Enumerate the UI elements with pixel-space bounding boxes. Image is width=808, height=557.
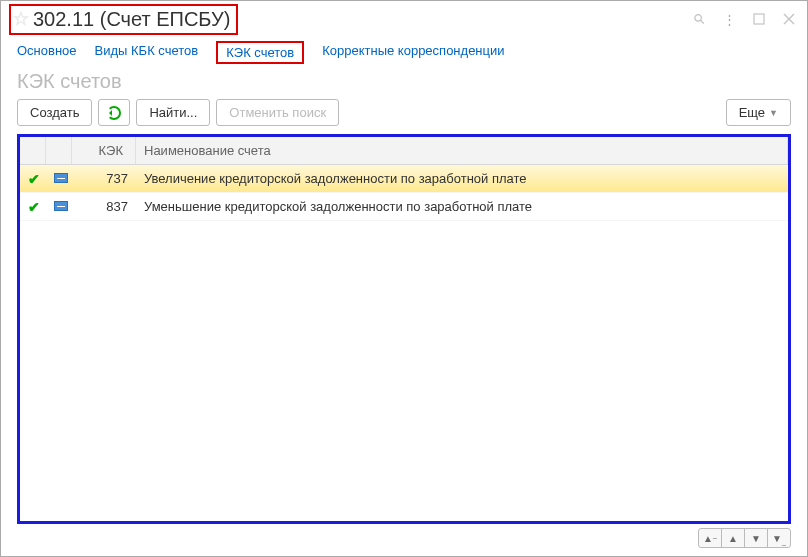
tab-kbk-types[interactable]: Виды КБК счетов [95,41,199,64]
tab-main[interactable]: Основное [17,41,77,64]
tab-correspondences[interactable]: Корректные корреспонденции [322,41,504,64]
row-type-icon [46,199,72,214]
row-name: Уменьшение кредиторской задолженности по… [136,199,788,214]
header-check[interactable] [20,137,46,164]
refresh-button[interactable] [98,99,130,126]
title-highlight: 302.11 (Счет ЕПСБУ) [9,4,238,35]
toolbar: Создать Найти... Отменить поиск Еще ▼ [1,99,807,134]
more-icon[interactable]: ⋮ [721,11,737,27]
window-controls: ⚲ ⋮ [691,11,797,27]
nav-top-button[interactable]: ▲_ [698,528,722,548]
maximize-icon[interactable] [751,11,767,27]
nav-up-button[interactable]: ▲ [721,528,745,548]
row-nav-footer: ▲_ ▲ ▼ ▼_ [699,528,791,548]
table: КЭК Наименование счета ✔ 737 Увеличение … [17,134,791,524]
tab-kek[interactable]: КЭК счетов [216,41,304,64]
find-button[interactable]: Найти... [136,99,210,126]
section-title: КЭК счетов [1,70,807,99]
check-icon: ✔ [28,199,40,215]
card-icon [54,173,68,183]
row-kek: 837 [72,199,136,214]
header-kek[interactable]: КЭК [72,137,136,164]
card-icon [54,201,68,211]
svg-rect-0 [754,14,764,24]
row-check: ✔ [20,199,46,215]
favorite-star-icon[interactable] [13,11,29,27]
header-icon[interactable] [46,137,72,164]
chevron-down-icon: ▼ [769,108,778,118]
create-button[interactable]: Создать [17,99,92,126]
close-icon[interactable] [781,11,797,27]
table-row[interactable]: ✔ 837 Уменьшение кредиторской задолженно… [20,193,788,221]
table-row[interactable]: ✔ 737 Увеличение кредиторской задолженно… [20,165,788,193]
window-title: 302.11 (Счет ЕПСБУ) [33,8,230,31]
title-bar: 302.11 (Счет ЕПСБУ) ⚲ ⋮ [1,1,807,37]
nav-bottom-button[interactable]: ▼_ [767,528,791,548]
nav-down-button[interactable]: ▼ [744,528,768,548]
table-header: КЭК Наименование счета [20,137,788,165]
cancel-search-button[interactable]: Отменить поиск [216,99,339,126]
link-icon[interactable]: ⚲ [691,11,707,27]
refresh-icon [107,106,121,120]
more-button-label: Еще [739,105,765,120]
check-icon: ✔ [28,171,40,187]
row-type-icon [46,171,72,186]
header-name[interactable]: Наименование счета [136,137,788,164]
row-name: Увеличение кредиторской задолженности по… [136,171,788,186]
row-kek: 737 [72,171,136,186]
tabs-bar: Основное Виды КБК счетов КЭК счетов Корр… [1,37,807,70]
row-check: ✔ [20,171,46,187]
more-button[interactable]: Еще ▼ [726,99,791,126]
